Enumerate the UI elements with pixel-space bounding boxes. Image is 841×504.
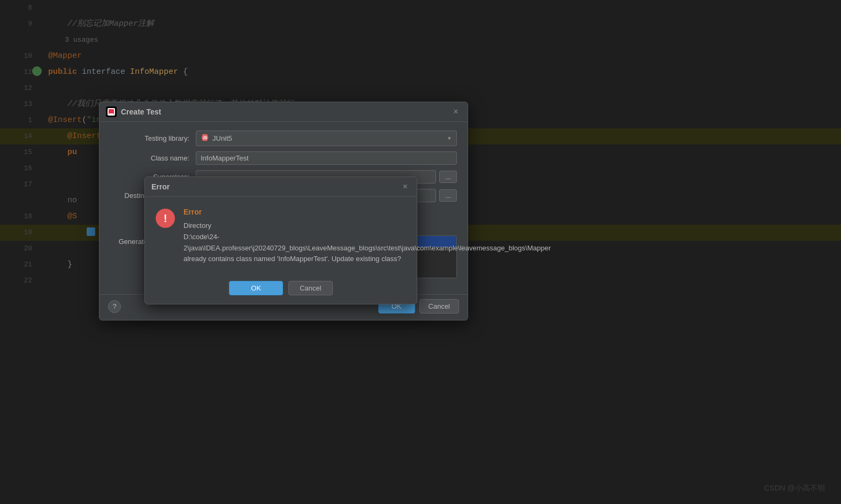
error-exclamation: ! (164, 212, 167, 225)
create-test-title: Create Test (121, 108, 450, 116)
error-msg-line2: already contains class named 'InfoMapper… (184, 255, 401, 263)
create-test-cancel-button[interactable]: Cancel (419, 299, 459, 314)
error-msg-line1: Directory (184, 222, 211, 230)
error-title: Error (151, 182, 400, 191)
error-footer: OK Cancel (145, 276, 417, 304)
error-content: Error Directory D:\code\24-2\java\IDEA.p… (184, 208, 551, 265)
destination-browse-button[interactable]: ... (439, 189, 457, 202)
testing-library-control: J5 JUnit5 ▼ (196, 131, 457, 146)
dropdown-arrow-icon: ▼ (447, 135, 452, 141)
class-name-label: Class name: (110, 154, 196, 162)
error-message: Directory D:\code\24-2\java\IDEA.profess… (184, 220, 551, 265)
create-test-titlebar: Create Test × (100, 102, 468, 122)
svg-rect-3 (109, 113, 113, 114)
create-test-close-button[interactable]: × (450, 106, 461, 117)
error-body: ! Error Directory D:\code\24-2\java\IDEA… (145, 197, 417, 276)
superclass-browse-button[interactable]: ... (439, 171, 457, 183)
testing-library-row: Testing library: J5 JUnit5 ▼ (110, 131, 457, 146)
junit5-icon: J5 (201, 133, 209, 143)
error-icon: ! (156, 209, 175, 228)
testing-library-label: Testing library: (110, 134, 196, 142)
class-name-input[interactable] (196, 151, 457, 165)
error-ok-button[interactable]: OK (229, 281, 283, 295)
help-button[interactable]: ? (108, 300, 121, 313)
error-dialog: Error × ! Error Directory D:\code\24-2\j… (144, 177, 417, 304)
error-icon-wrapper: ! (156, 209, 175, 228)
testing-library-value: JUnit5 (212, 134, 232, 142)
error-heading: Error (184, 208, 551, 216)
class-name-control (196, 151, 457, 165)
error-msg-path: D:\code\24-2\java\IDEA.professer\j202407… (184, 233, 551, 252)
svg-text:J5: J5 (203, 136, 207, 140)
testing-library-dropdown[interactable]: J5 JUnit5 ▼ (196, 131, 457, 146)
error-titlebar: Error × (145, 177, 417, 197)
error-close-button[interactable]: × (400, 181, 410, 192)
class-name-row: Class name: (110, 151, 457, 165)
intellij-icon (106, 106, 117, 117)
error-cancel-button[interactable]: Cancel (288, 281, 332, 295)
